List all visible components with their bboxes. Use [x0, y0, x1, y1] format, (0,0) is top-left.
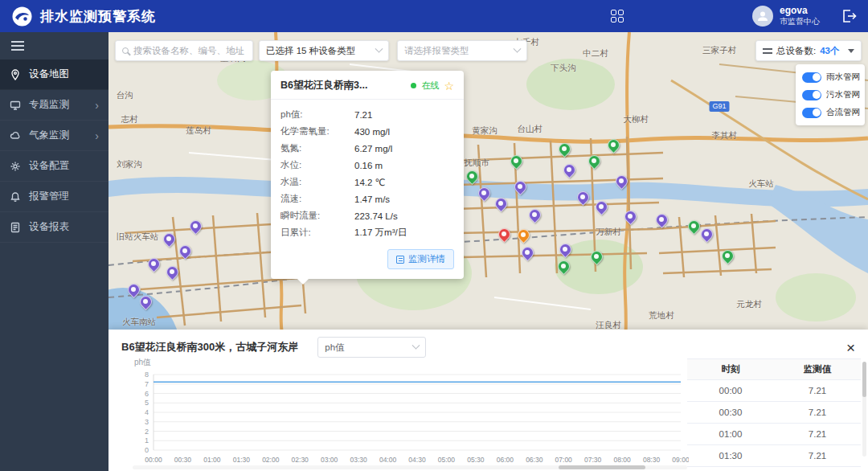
device-count-dropdown[interactable]: 总设备数: 43个 — [755, 40, 862, 61]
device-marker[interactable] — [514, 181, 526, 193]
sidebar-item-4[interactable]: 报警管理 — [0, 182, 108, 212]
layer-row-1[interactable]: 污水管网 — [796, 86, 865, 104]
layer-row-0[interactable]: 雨水管网 — [796, 68, 865, 86]
map-place-label: 万新村 — [596, 227, 621, 238]
device-marker[interactable] — [591, 251, 603, 263]
sidebar-item-3[interactable]: 设备配置 — [0, 151, 108, 182]
svg-text:8: 8 — [145, 371, 149, 379]
vertical-scrollbar[interactable] — [862, 362, 866, 457]
device-marker[interactable] — [518, 229, 530, 241]
device-marker[interactable] — [559, 244, 571, 256]
device-marker[interactable] — [608, 139, 620, 151]
header: 排水监测预警系统 egova 市监督中心 — [0, 0, 868, 32]
device-marker[interactable] — [559, 143, 571, 155]
device-marker[interactable] — [140, 296, 152, 308]
sidebar-item-0[interactable]: 设备地图 — [0, 59, 108, 90]
table-row[interactable]: 01:007.21 — [687, 424, 861, 445]
alarm-icon — [10, 190, 22, 203]
pin-dot-icon — [563, 247, 567, 252]
monitor-table: 时刻监测值 00:007.2100:307.2101:007.2101:307.… — [687, 358, 861, 471]
device-marker[interactable] — [529, 209, 541, 221]
pin-dot-icon — [532, 212, 537, 217]
scrollbar-thumb[interactable] — [559, 465, 645, 469]
hamburger-icon[interactable] — [0, 32, 108, 59]
table-cell: 00:00 — [687, 380, 774, 401]
table-row[interactable]: 00:307.21 — [687, 402, 861, 424]
device-marker[interactable] — [163, 233, 175, 245]
metric-value: 7.21 — [354, 110, 372, 120]
pin-dot-icon — [521, 232, 526, 237]
device-search[interactable] — [115, 40, 253, 61]
pin-dot-icon — [518, 184, 522, 189]
device-marker[interactable] — [563, 164, 575, 176]
apps-grid-icon[interactable] — [611, 10, 624, 23]
pin-dot-icon — [619, 178, 624, 183]
metric-value: 430 mg/l — [354, 127, 390, 137]
device-marker[interactable] — [722, 250, 734, 262]
device-marker[interactable] — [179, 245, 191, 257]
metric-value: 1.17 万m³/日 — [354, 227, 407, 239]
device-marker[interactable] — [596, 201, 608, 213]
star-icon[interactable] — [444, 80, 454, 92]
pin-dot-icon — [725, 253, 730, 258]
sidebar: 设备地图专题监测›气象监测›设备配置报警管理设备报表 — [0, 32, 108, 471]
device-marker[interactable] — [656, 214, 668, 226]
road-badge: G91 — [709, 101, 729, 112]
toggle-switch[interactable] — [802, 72, 821, 83]
sidebar-item-label: 设备配置 — [29, 159, 99, 173]
device-marker[interactable] — [616, 175, 628, 187]
map-pin-icon — [10, 68, 22, 80]
device-marker[interactable] — [510, 155, 522, 167]
svg-text:08:00: 08:00 — [613, 456, 631, 464]
table-row[interactable]: 01:307.21 — [687, 445, 861, 467]
device-marker[interactable] — [558, 260, 570, 272]
sidebar-item-2[interactable]: 气象监测› — [0, 121, 108, 151]
alarm-type-select[interactable]: 请选择报警类型 — [397, 40, 527, 61]
svg-text:6: 6 — [145, 390, 149, 398]
device-marker[interactable] — [466, 170, 478, 182]
table-cell: 7.21 — [774, 445, 861, 466]
device-marker[interactable] — [577, 191, 589, 203]
toggle-switch[interactable] — [802, 90, 821, 100]
layer-label: 雨水管网 — [826, 72, 860, 83]
map-place-label: 三家子村 — [702, 45, 736, 56]
user-menu[interactable]: egova 市监督中心 — [752, 6, 820, 27]
search-input[interactable] — [133, 46, 246, 55]
layer-row-2[interactable]: 合流管网 — [796, 104, 865, 121]
device-marker[interactable] — [498, 228, 510, 240]
metric-select[interactable]: ph值 — [317, 337, 426, 358]
device-marker[interactable] — [701, 228, 713, 240]
horizontal-scrollbar[interactable] — [133, 465, 687, 469]
table-row[interactable]: 02:007.21 — [687, 467, 861, 471]
logout-icon[interactable] — [841, 8, 857, 24]
device-marker[interactable] — [478, 187, 490, 199]
toggle-switch[interactable] — [802, 108, 821, 118]
map-place-label: 中二村 — [583, 48, 608, 59]
metric-value: 6.27 mg/l — [354, 144, 392, 154]
device-marker[interactable] — [624, 211, 637, 223]
device-marker[interactable] — [495, 198, 507, 210]
device-marker[interactable] — [128, 284, 140, 296]
close-icon[interactable]: × — [846, 340, 855, 355]
monitor-detail-button[interactable]: 监测详情 — [387, 249, 454, 269]
map-place-label: 火车站 — [748, 178, 774, 190]
metric-label: 水位: — [280, 159, 354, 171]
map-place-label: 荒地村 — [649, 310, 674, 322]
table-row[interactable]: 00:007.21 — [687, 380, 861, 402]
sidebar-item-5[interactable]: 设备报表 — [0, 212, 108, 243]
pin-dot-icon — [562, 146, 567, 151]
map-place-label: 李其村 — [711, 130, 737, 141]
device-type-select[interactable]: 已选择 15 种设备类型 — [259, 40, 389, 61]
device-marker[interactable] — [148, 258, 160, 270]
table-cell: 01:00 — [687, 424, 774, 444]
device-marker[interactable] — [522, 247, 534, 259]
popup-metrics: ph值:7.21化学需氧量:430 mg/l氨氮:6.27 mg/l水位:0.1… — [271, 100, 464, 244]
table-cell: 00:30 — [687, 402, 774, 423]
sidebar-item-1[interactable]: 专题监测› — [0, 90, 108, 121]
device-marker[interactable] — [166, 266, 178, 278]
device-marker[interactable] — [190, 220, 202, 232]
device-marker[interactable] — [588, 155, 600, 167]
scrollbar-thumb[interactable] — [862, 362, 866, 397]
svg-text:2: 2 — [145, 428, 149, 436]
device-marker[interactable] — [688, 220, 700, 232]
